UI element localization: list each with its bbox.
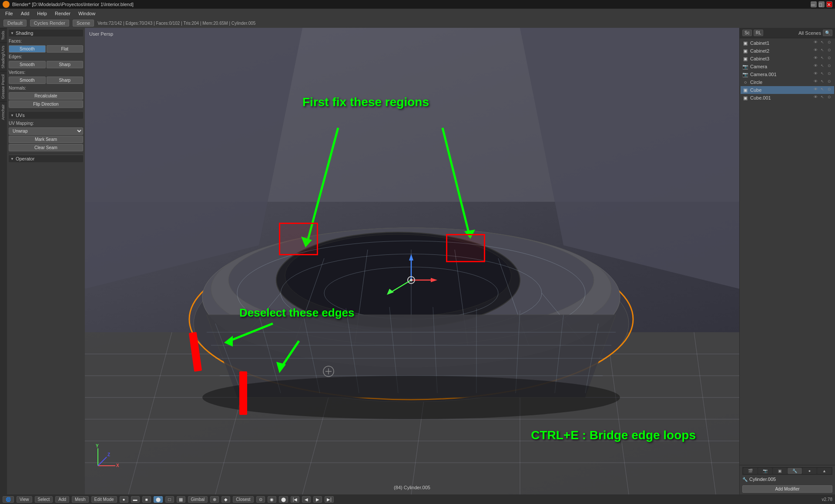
wireframe-mode-icon[interactable]: □ (165, 496, 174, 503)
uvs-section-header[interactable]: ▼ UVs (9, 112, 83, 119)
menu-add[interactable]: Add (17, 10, 33, 17)
sharp-vertices-button[interactable]: Sharp (47, 77, 84, 84)
frame-skip-back[interactable]: |◀ (291, 496, 300, 503)
face-select-icon[interactable]: ■ (142, 496, 151, 503)
scene-selector[interactable]: Scene (73, 20, 94, 27)
operator-section-header[interactable]: ▼ Operator (9, 155, 83, 162)
outliner-row-camera001[interactable]: 📷 Camera.001 👁 ↖ ⊙ (741, 70, 834, 78)
render-icon-circle[interactable]: ⊙ (826, 79, 832, 85)
maximize-button[interactable]: □ (818, 1, 825, 7)
outliner-row-cabinet3[interactable]: ▣ Cabinet3 👁 ↖ ⊙ (741, 55, 834, 63)
edges-buttons-row: Smooth Sharp (9, 61, 83, 68)
eye-icon-cabinet1[interactable]: 👁 (812, 40, 818, 46)
render-icon-cube[interactable]: ⊙ (826, 87, 832, 93)
viewport-object-info: (84) Cylinder.005 (394, 485, 430, 490)
play-button[interactable]: ▶ (313, 496, 322, 503)
pointer-icon-cube001[interactable]: ↖ (819, 95, 825, 101)
unwrap-select[interactable]: Unwrap (9, 127, 83, 135)
close-button[interactable]: ✕ (826, 1, 832, 7)
eye-icon-cube001[interactable]: 👁 (812, 95, 818, 101)
mark-seam-button[interactable]: Mark Seam (9, 136, 83, 143)
blender-icon-status[interactable]: 🌀 (3, 496, 14, 503)
render-layers-button[interactable]: RL (754, 30, 764, 36)
view-menu-button[interactable]: View (17, 496, 32, 503)
menu-render[interactable]: Render (51, 10, 74, 17)
smooth-vertices-button[interactable]: Smooth (9, 77, 46, 84)
pointer-icon-camera[interactable]: ↖ (819, 63, 825, 70)
select-menu-button[interactable]: Select (35, 496, 53, 503)
outliner-row-cube[interactable]: ▣ Cube 👁 ↖ ⊙ (741, 86, 834, 94)
faces-buttons-row: Smooth Flat (9, 45, 83, 53)
menu-file[interactable]: File (2, 10, 17, 17)
tab-scene[interactable]: 🎬 (743, 468, 758, 474)
outliner-row-cube001[interactable]: ▣ Cube.001 👁 ↖ ⊙ (741, 94, 834, 102)
mode-selector[interactable]: Edit Mode (91, 496, 117, 503)
flat-faces-button[interactable]: Flat (47, 45, 84, 53)
eye-icon-cube[interactable]: 👁 (812, 87, 818, 93)
render-icon-cabinet1[interactable]: ⊙ (826, 40, 832, 46)
vertex-select-icon[interactable]: ● (120, 496, 128, 503)
proportional-edit-icon[interactable]: ⊙ (256, 496, 265, 503)
tab-render[interactable]: 📷 (758, 468, 772, 474)
outliner-row-camera[interactable]: 📷 Camera 👁 ↖ ⊙ (741, 63, 834, 70)
sharp-edges-button[interactable]: Sharp (47, 61, 84, 68)
flip-direction-button[interactable]: Flip Direction (9, 100, 83, 108)
solid-mode-icon[interactable]: ⬤ (154, 496, 163, 503)
autokey-icon[interactable]: ⬤ (279, 496, 288, 503)
snap-type[interactable]: ◆ (221, 496, 230, 503)
frame-back[interactable]: ◀ (302, 496, 311, 503)
viewport-3d[interactable]: User Persp First fix these regions Desel… (85, 28, 739, 494)
tab-data[interactable]: ▲ (817, 468, 832, 474)
pointer-icon-camera001[interactable]: ↖ (819, 71, 825, 77)
mesh-menu-button[interactable]: Mesh (72, 496, 88, 503)
engine-selector[interactable]: Cycles Render (30, 20, 69, 27)
pointer-icon-cabinet1[interactable]: ↖ (819, 40, 825, 46)
layout-selector[interactable]: Default (3, 20, 27, 27)
recalculate-button[interactable]: Recalculate (9, 92, 83, 100)
scenes-button[interactable]: Sc (742, 30, 752, 36)
outliner-item-cabinet3: Cabinet3 (750, 56, 769, 61)
pointer-icon-cabinet2[interactable]: ↖ (819, 48, 825, 54)
proportional-type-icon[interactable]: ◉ (268, 496, 276, 503)
outliner-item-cabinet2: Cabinet2 (750, 48, 769, 53)
eye-icon-cabinet2[interactable]: 👁 (812, 48, 818, 54)
eye-icon-circle[interactable]: 👁 (812, 79, 818, 85)
render-icon-cabinet2[interactable]: ⊙ (826, 48, 832, 54)
snap-to-button[interactable]: Closest (233, 496, 253, 503)
tab-modifier[interactable]: 🔧 (788, 468, 802, 474)
add-modifier-button[interactable]: Add Modifier (742, 485, 832, 493)
tab-object[interactable]: ▣ (773, 468, 787, 474)
tab-material[interactable]: ● (802, 468, 817, 474)
shading-section-header[interactable]: ▼ Shading (9, 30, 83, 37)
eye-icon-camera[interactable]: 👁 (812, 63, 818, 70)
eye-icon-cabinet3[interactable]: 👁 (812, 56, 818, 62)
outliner-row-circle[interactable]: ○ Circle 👁 ↖ ⊙ (741, 78, 834, 86)
clear-seam-button[interactable]: Clear Seam (9, 144, 83, 151)
render-icon-camera001[interactable]: ⊙ (826, 71, 832, 77)
gimbal-button[interactable]: Gimbal (188, 496, 208, 503)
vtab-tools[interactable]: Tools (0, 28, 7, 43)
snap-toggle[interactable]: ⊕ (210, 496, 219, 503)
edge-select-icon[interactable]: ▬ (131, 496, 140, 503)
frame-forward[interactable]: ▶| (325, 496, 334, 503)
add-menu-button[interactable]: Add (55, 496, 69, 503)
minimize-button[interactable]: ─ (811, 1, 817, 7)
pointer-icon-cabinet3[interactable]: ↖ (819, 56, 825, 62)
render-icon-cabinet3[interactable]: ⊙ (826, 56, 832, 62)
eye-icon-camera001[interactable]: 👁 (812, 71, 818, 77)
pointer-icon-circle[interactable]: ↖ (819, 79, 825, 85)
render-icon-camera[interactable]: ⊙ (826, 63, 832, 70)
texture-mode-icon[interactable]: ▦ (177, 496, 185, 503)
search-button[interactable]: 🔍 (823, 30, 832, 36)
vtab-armchair[interactable]: Armchair (0, 101, 7, 123)
menu-help[interactable]: Help (34, 10, 50, 17)
outliner-row-cabinet1[interactable]: ▣ Cabinet1 👁 ↖ ⊙ (741, 39, 834, 47)
outliner-row-cabinet2[interactable]: ▣ Cabinet2 👁 ↖ ⊙ (741, 47, 834, 55)
vtab-grease-pencil[interactable]: Grease Pencil (0, 71, 7, 102)
smooth-faces-button[interactable]: Smooth (9, 45, 46, 53)
menu-window[interactable]: Window (75, 10, 99, 17)
smooth-edges-button[interactable]: Smooth (9, 61, 46, 68)
pointer-icon-cube[interactable]: ↖ (819, 87, 825, 93)
render-icon-cube001[interactable]: ⊙ (826, 95, 832, 101)
vtab-shading-uvs[interactable]: Shading/UVs (0, 43, 7, 71)
